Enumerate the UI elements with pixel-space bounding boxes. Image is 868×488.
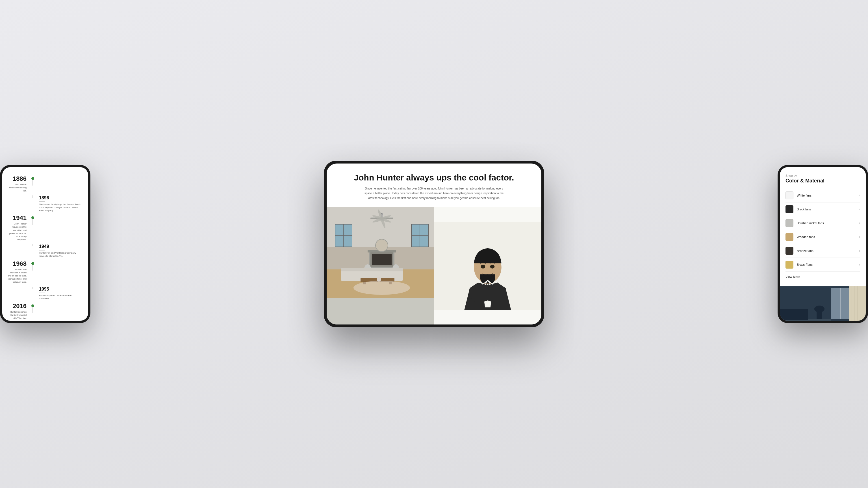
bottom-room-svg <box>780 286 866 321</box>
arrow-black: › <box>859 207 860 211</box>
timeline-line <box>32 265 33 270</box>
middle-header: John Hunter always ups the cool factor. … <box>327 164 541 207</box>
timeline-line <box>32 244 33 246</box>
color-item-bronze[interactable]: Bronze fans › <box>785 244 860 258</box>
svg-point-30 <box>353 281 410 295</box>
year-1949: 1949 <box>39 244 83 249</box>
timeline-line <box>32 287 33 289</box>
right-top-panel: Shop by Color & Material White fans › Bl… <box>780 167 866 286</box>
timeline-line <box>32 180 33 186</box>
timeline-dot <box>31 177 34 180</box>
timeline-year-left: 1886 John Hunter invents the ceiling fan… <box>8 176 31 193</box>
svg-point-49 <box>814 305 825 312</box>
timeline-year-2016: 2016 Hunter launches Hunter Industrial w… <box>8 303 31 320</box>
middle-title: John Hunter always ups the cool factor. <box>338 172 530 183</box>
view-more-button[interactable]: View More + <box>785 272 860 282</box>
timeline-dot-1941 <box>31 216 34 219</box>
svg-rect-47 <box>780 309 808 320</box>
arrow-bronze: › <box>859 249 860 253</box>
divider-1949 <box>39 250 44 251</box>
shop-by-label: Shop by <box>785 174 860 177</box>
timeline-year-1941: 1941 John Hunter focuses on the war effo… <box>8 215 31 241</box>
label-wooden-fans: Wooden fans <box>797 235 859 239</box>
timeline: 1886 John Hunter invents the ceiling fan… <box>8 176 83 321</box>
tablet-left: 1886 John Hunter invents the ceiling fan… <box>0 165 90 323</box>
swatch-nickel <box>785 219 794 227</box>
arrow-brass: › <box>859 263 860 267</box>
desc-1968: Product line includes a broad line of ce… <box>8 268 27 284</box>
timeline-dot-1968 <box>31 262 34 265</box>
year-1968: 1968 <box>8 261 27 267</box>
color-item-black[interactable]: Black fans › <box>785 202 860 216</box>
swatch-bronze <box>785 247 794 255</box>
color-item-brass[interactable]: Brass Fans › <box>785 258 860 272</box>
timeline-right-1995: 1995 Hunter acquires Casablanca Fan Comp… <box>35 287 83 300</box>
year-2016: 2016 <box>8 303 27 309</box>
swatch-black <box>785 205 794 213</box>
year-1896: 1896 <box>39 195 83 200</box>
label-white-fans: White fans <box>797 194 859 197</box>
swatch-brass <box>785 261 794 268</box>
divider-1995 <box>39 293 44 293</box>
color-list: White fans › Black fans › Brushed nickel… <box>785 189 860 272</box>
label-nickel-fans: Brushed nickel fans <box>797 221 859 225</box>
label-black-fans: Black fans <box>797 207 859 211</box>
svg-point-21 <box>375 239 388 252</box>
swatch-white <box>785 192 794 199</box>
arrow-wooden: › <box>859 235 860 239</box>
tablet-middle-screen: John Hunter always ups the cool factor. … <box>327 164 541 324</box>
desc-1886: John Hunter invents the ceiling fan. <box>8 183 27 193</box>
color-item-white[interactable]: White fans › <box>785 189 860 202</box>
plus-icon: + <box>858 274 860 279</box>
middle-subtitle: Since he invented the first ceiling fan … <box>363 186 505 200</box>
arrow-nickel: › <box>859 221 860 225</box>
year-1886: 1886 <box>8 176 27 182</box>
portrait-svg <box>434 221 541 311</box>
desc-1995: Hunter acquires Casablanca Fan Company. <box>39 294 83 300</box>
svg-rect-19 <box>372 254 392 265</box>
year-1995: 1995 <box>39 287 83 292</box>
right-bottom-panel <box>780 286 866 321</box>
desc-2016: Hunter launches Hunter Industrial with T… <box>8 311 27 320</box>
timeline-right-1896: 1896 The Hunter family buys the Samuel T… <box>35 195 83 213</box>
shop-title: Color & Material <box>785 178 860 184</box>
living-room-image <box>327 207 434 324</box>
swatch-wooden <box>785 233 794 241</box>
timeline-dot-2016 <box>31 304 34 307</box>
year-1941: 1941 <box>8 215 27 221</box>
color-item-nickel[interactable]: Brushed nickel fans › <box>785 216 860 230</box>
timeline-line <box>32 219 33 225</box>
tablet-left-screen: 1886 John Hunter invents the ceiling fan… <box>2 167 88 321</box>
svg-point-34 <box>481 265 486 268</box>
desc-1949: Hunter Fan and Ventilating Company moves… <box>39 251 83 258</box>
timeline-year-1968: 1968 Product line includes a broad line … <box>8 261 31 284</box>
desc-1896: The Hunter family buys the Samuel Tuerk … <box>39 203 83 213</box>
label-brass-fans: Brass Fans <box>797 263 859 266</box>
scene: 1886 John Hunter invents the ceiling fan… <box>0 0 868 488</box>
tablet-right-screen: Shop by Color & Material White fans › Bl… <box>780 167 866 321</box>
tablet-middle: John Hunter always ups the cool factor. … <box>324 161 544 327</box>
svg-rect-25 <box>341 268 403 271</box>
label-bronze-fans: Bronze fans <box>797 249 859 253</box>
view-more-label: View More <box>785 275 858 279</box>
color-item-wooden[interactable]: Wooden fans › <box>785 230 860 244</box>
svg-point-35 <box>490 265 495 268</box>
timeline-line <box>32 195 33 198</box>
middle-images <box>327 207 541 324</box>
timeline-line <box>32 307 33 313</box>
arrow-white: › <box>859 193 860 197</box>
desc-1941: John Hunter focuses on the war effort an… <box>8 222 27 241</box>
tablet-right: Shop by Color & Material White fans › Bl… <box>778 165 868 323</box>
divider-1896 <box>39 201 44 202</box>
portrait-image <box>434 207 541 324</box>
timeline-right-1949: 1949 Hunter Fan and Ventilating Company … <box>35 244 83 258</box>
living-room-svg <box>327 207 434 298</box>
